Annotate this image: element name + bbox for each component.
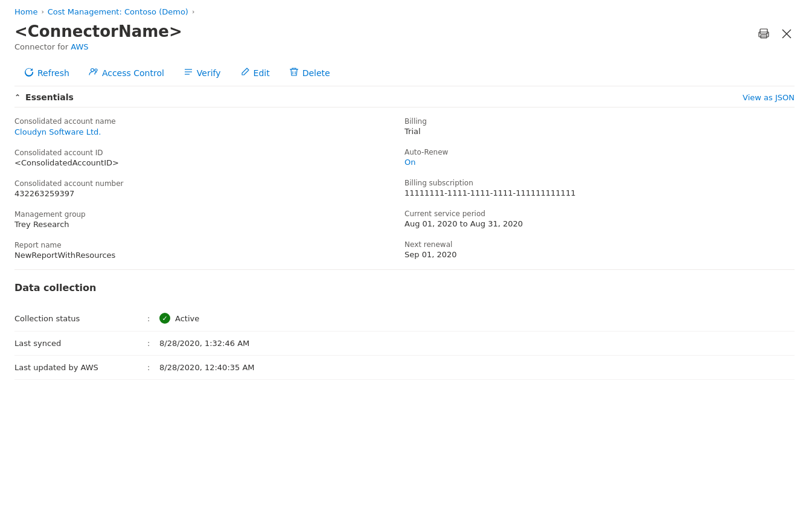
field-value-billing-subscription: 11111111-1111-1111-1111-111111111111 bbox=[405, 188, 795, 197]
verify-button[interactable]: Verify bbox=[174, 61, 231, 86]
field-label-next-renewal: Next renewal bbox=[405, 240, 795, 249]
essentials-collapse-icon[interactable]: ⌃ bbox=[14, 93, 21, 101]
data-collection-section: Data collection Collection status : ✓ Ac… bbox=[14, 270, 795, 392]
page-container: Home › Cost Management: Contoso (Demo) ›… bbox=[0, 0, 809, 406]
dc-sep-collection-status: : bbox=[147, 314, 159, 323]
print-button[interactable] bbox=[756, 26, 772, 42]
dc-value-last-synced-text: 8/28/2020, 1:32:46 AM bbox=[159, 339, 249, 348]
field-label-billing: Billing bbox=[405, 117, 795, 126]
field-billing: Billing Trial bbox=[405, 117, 795, 136]
close-button[interactable] bbox=[779, 26, 795, 42]
page-title-area: <ConnectorName> Connector for AWS bbox=[14, 22, 182, 51]
field-value-consolidated-account-id: <ConsolidatedAccountID> bbox=[14, 158, 405, 167]
delete-label: Delete bbox=[302, 68, 330, 78]
essentials-header: ⌃ Essentials View as JSON bbox=[14, 86, 795, 107]
delete-icon bbox=[289, 67, 299, 79]
page-header: <ConnectorName> Connector for AWS bbox=[14, 22, 795, 51]
svg-rect-0 bbox=[760, 29, 767, 34]
dc-row-last-synced: Last synced : 8/28/2020, 1:32:46 AM bbox=[14, 332, 795, 356]
page-title: <ConnectorName> bbox=[14, 22, 182, 41]
field-label-report-name: Report name bbox=[14, 241, 405, 249]
view-json-link[interactable]: View as JSON bbox=[743, 93, 795, 102]
breadcrumb-cost-management[interactable]: Cost Management: Contoso (Demo) bbox=[48, 7, 188, 16]
field-value-report-name: NewReportWithResources bbox=[14, 251, 405, 260]
svg-point-6 bbox=[91, 69, 94, 72]
field-management-group: Management group Trey Research bbox=[14, 210, 405, 229]
field-report-name: Report name NewReportWithResources bbox=[14, 241, 405, 260]
edit-icon bbox=[240, 67, 250, 79]
essentials-left-column: Consolidated account name Cloudyn Softwa… bbox=[14, 117, 405, 260]
breadcrumb-home[interactable]: Home bbox=[14, 7, 37, 16]
dc-value-collection-status-text: Active bbox=[175, 314, 199, 323]
field-value-consolidated-account-number: 432263259397 bbox=[14, 189, 405, 198]
dc-sep-last-updated-aws: : bbox=[147, 363, 159, 372]
field-label-consolidated-account-id: Consolidated account ID bbox=[14, 149, 405, 157]
data-collection-title: Data collection bbox=[14, 282, 795, 293]
refresh-button[interactable]: Refresh bbox=[14, 61, 79, 86]
access-control-label: Access Control bbox=[102, 68, 164, 78]
refresh-icon bbox=[24, 67, 34, 79]
field-label-consolidated-account-number: Consolidated account number bbox=[14, 179, 405, 188]
essentials-title-area: ⌃ Essentials bbox=[14, 92, 74, 102]
dc-label-last-updated-aws: Last updated by AWS bbox=[14, 363, 147, 372]
field-consolidated-account-name: Consolidated account name Cloudyn Softwa… bbox=[14, 117, 405, 136]
dc-value-last-updated-aws-text: 8/28/2020, 12:40:35 AM bbox=[159, 363, 255, 372]
access-control-icon bbox=[89, 67, 98, 79]
field-value-next-renewal: Sep 01, 2020 bbox=[405, 250, 795, 259]
verify-icon bbox=[184, 67, 193, 79]
dc-label-last-synced: Last synced bbox=[14, 339, 147, 348]
essentials-grid: Consolidated account name Cloudyn Softwa… bbox=[14, 107, 795, 270]
field-value-auto-renew: On bbox=[405, 158, 795, 167]
field-consolidated-account-number: Consolidated account number 432263259397 bbox=[14, 179, 405, 198]
field-next-renewal: Next renewal Sep 01, 2020 bbox=[405, 240, 795, 259]
field-value-current-service-period: Aug 01, 2020 to Aug 31, 2020 bbox=[405, 219, 795, 228]
field-label-management-group: Management group bbox=[14, 210, 405, 219]
field-auto-renew: Auto-Renew On bbox=[405, 148, 795, 167]
field-consolidated-account-id: Consolidated account ID <ConsolidatedAcc… bbox=[14, 149, 405, 167]
dc-value-last-synced: 8/28/2020, 1:32:46 AM bbox=[159, 339, 249, 348]
edit-button[interactable]: Edit bbox=[231, 61, 280, 86]
subtitle-aws: AWS bbox=[71, 42, 88, 51]
breadcrumb-chevron-1: › bbox=[41, 8, 43, 16]
field-label-billing-subscription: Billing subscription bbox=[405, 179, 795, 187]
field-value-billing: Trial bbox=[405, 127, 795, 136]
page-subtitle: Connector for AWS bbox=[14, 42, 182, 51]
field-label-consolidated-account-name: Consolidated account name bbox=[14, 117, 405, 126]
field-value-management-group: Trey Research bbox=[14, 220, 405, 229]
dc-value-collection-status: ✓ Active bbox=[159, 313, 199, 324]
svg-point-7 bbox=[95, 69, 97, 71]
dc-label-collection-status: Collection status bbox=[14, 314, 147, 323]
essentials-title-label: Essentials bbox=[25, 92, 74, 102]
field-label-current-service-period: Current service period bbox=[405, 210, 795, 218]
svg-point-3 bbox=[766, 33, 767, 34]
delete-button[interactable]: Delete bbox=[280, 61, 340, 86]
field-value-consolidated-account-name[interactable]: Cloudyn Software Ltd. bbox=[14, 127, 101, 136]
dc-sep-last-synced: : bbox=[147, 339, 159, 348]
breadcrumb-chevron-2: › bbox=[192, 8, 194, 16]
verify-label: Verify bbox=[197, 68, 221, 78]
access-control-button[interactable]: Access Control bbox=[79, 61, 174, 86]
active-status-icon: ✓ bbox=[159, 313, 170, 324]
dc-value-last-updated-aws: 8/28/2020, 12:40:35 AM bbox=[159, 363, 255, 372]
essentials-right-column: Billing Trial Auto-Renew On Billing subs… bbox=[405, 117, 795, 260]
toolbar: Refresh Access Control bbox=[14, 61, 795, 86]
field-current-service-period: Current service period Aug 01, 2020 to A… bbox=[405, 210, 795, 228]
refresh-label: Refresh bbox=[37, 68, 69, 78]
field-label-auto-renew: Auto-Renew bbox=[405, 148, 795, 156]
edit-label: Edit bbox=[254, 68, 270, 78]
essentials-section: ⌃ Essentials View as JSON Consolidated a… bbox=[14, 86, 795, 270]
header-actions bbox=[756, 26, 795, 42]
dc-row-collection-status: Collection status : ✓ Active bbox=[14, 306, 795, 332]
subtitle-prefix: Connector for bbox=[14, 42, 71, 51]
field-billing-subscription: Billing subscription 11111111-1111-1111-… bbox=[405, 179, 795, 197]
dc-row-last-updated-aws: Last updated by AWS : 8/28/2020, 12:40:3… bbox=[14, 356, 795, 380]
breadcrumb: Home › Cost Management: Contoso (Demo) › bbox=[14, 7, 795, 16]
